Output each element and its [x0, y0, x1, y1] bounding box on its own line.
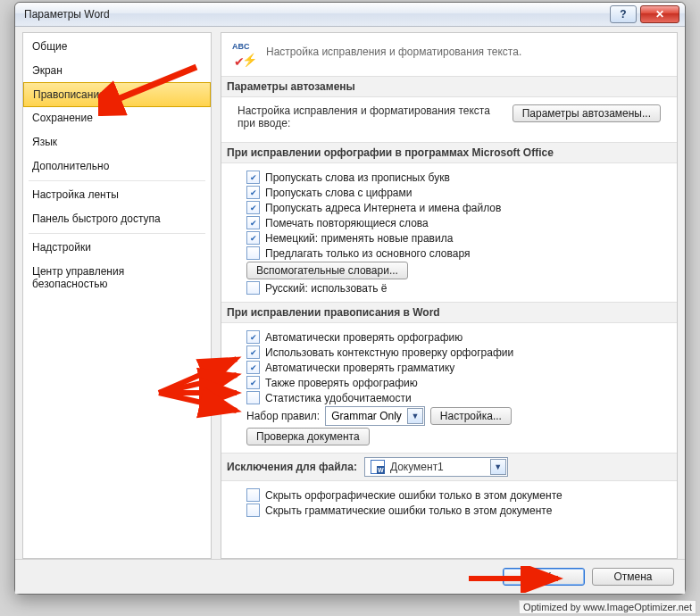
dialog-footer: ОК Отмена	[15, 559, 685, 594]
checkbox[interactable]	[246, 231, 260, 245]
ruleset-label: Набор правил:	[246, 410, 320, 422]
checkbox-label: Предлагать только из основного словаря	[265, 247, 470, 260]
check-hide-grammar: Скрыть грамматические ошибки только в эт…	[246, 504, 666, 517]
sidebar-item-qat[interactable]: Панель быстрого доступа	[23, 207, 211, 231]
checkbox-label: Скрыть грамматические ошибки только в эт…	[265, 504, 552, 517]
check-document-row: Проверка документа	[246, 428, 666, 445]
checkbox[interactable]	[246, 504, 260, 517]
check-urls: Пропускать адреса Интернета и имена файл…	[246, 201, 666, 214]
ruleset-value: Grammar Only	[331, 410, 402, 422]
options-content: ABC✔⚡ Настройка исправления и форматиров…	[221, 32, 678, 559]
sidebar-item-advanced[interactable]: Дополнительно	[23, 154, 211, 179]
help-button[interactable]: ?	[610, 5, 637, 23]
cancel-button[interactable]: Отмена	[592, 568, 674, 586]
proofing-icon: ABC✔⚡	[232, 42, 257, 67]
window-buttons: ? ✕	[606, 5, 679, 23]
section-ms-spell-title: При исправлении орфографии в программах …	[221, 142, 677, 163]
content-header-text: Настройка исправления и форматирования т…	[266, 42, 521, 58]
options-dialog: Параметры Word ? ✕ Общие Экран Правописа…	[14, 2, 686, 595]
sidebar-separator	[29, 233, 205, 234]
checkbox-label: Пропускать слова с цифрами	[265, 187, 412, 199]
checkbox[interactable]	[246, 171, 260, 184]
checkbox-label: Помечать повторяющиеся слова	[265, 217, 429, 229]
custom-dictionaries-button[interactable]: Вспомогательные словари...	[246, 262, 408, 279]
exceptions-doc-select[interactable]: Документ1 ▼	[364, 457, 508, 477]
sidebar-item-display[interactable]: Экран	[23, 59, 211, 83]
checkbox[interactable]	[246, 281, 260, 295]
check-hide-spelling: Скрыть орфографические ошибки только в э…	[246, 488, 666, 502]
sidebar-separator	[29, 180, 205, 181]
section-word-spell-title: При исправлении правописания в Word	[221, 302, 677, 323]
checkbox[interactable]	[246, 330, 260, 344]
content-header: ABC✔⚡ Настройка исправления и форматиров…	[232, 42, 666, 67]
section-autocorrect-title: Параметры автозамены	[221, 76, 677, 97]
chevron-down-icon: ▼	[490, 459, 506, 475]
sidebar-item-proofing[interactable]: Правописание	[23, 82, 211, 107]
checkbox[interactable]	[246, 345, 260, 359]
custom-dict-row: Вспомогательные словари...	[246, 262, 666, 279]
word-spell-checks: Автоматически проверять орфографию Испол…	[239, 330, 666, 445]
document-icon	[371, 460, 385, 474]
titlebar: Параметры Word ? ✕	[15, 3, 685, 27]
ok-button[interactable]: ОК	[503, 568, 585, 586]
checkbox-label: Статистика удобочитаемости	[265, 392, 412, 404]
checkbox[interactable]	[246, 216, 260, 229]
close-button[interactable]: ✕	[640, 5, 679, 23]
checkbox[interactable]	[246, 201, 260, 214]
check-main-dict: Предлагать только из основного словаря	[246, 246, 666, 260]
check-auto-grammar: Автоматически проверять грамматику	[246, 361, 666, 374]
section-exceptions-title: Исключения для файла: Документ1 ▼	[221, 453, 677, 481]
checkbox[interactable]	[246, 361, 260, 374]
autocorrect-options-button[interactable]: Параметры автозамены...	[512, 104, 661, 122]
ruleset-row: Набор правил: Grammar Only ▼ Настройка..…	[246, 406, 666, 426]
checkbox-label: Также проверять орфографию	[265, 377, 418, 389]
sidebar-item-save[interactable]: Сохранение	[23, 106, 211, 130]
checkbox-label: Пропускать слова из прописных букв	[265, 171, 450, 184]
category-sidebar: Общие Экран Правописание Сохранение Язык…	[22, 32, 212, 559]
exceptions-doc-name: Документ1	[390, 461, 444, 473]
checkbox[interactable]	[246, 488, 260, 502]
checkbox[interactable]	[246, 186, 260, 199]
checkbox[interactable]	[246, 246, 260, 260]
checkbox[interactable]	[246, 376, 260, 389]
check-russian-yo: Русский: использовать ё	[246, 281, 666, 295]
checkbox[interactable]	[246, 391, 260, 404]
chevron-down-icon: ▼	[407, 408, 423, 424]
exceptions-label: Исключения для файла:	[227, 461, 357, 473]
checkbox-label: Русский: использовать ё	[265, 282, 388, 295]
check-context-spell: Использовать контекстную проверку орфогр…	[246, 345, 666, 359]
autocorrect-row: Настройка исправления и форматирования т…	[232, 104, 666, 135]
sidebar-item-trust[interactable]: Центр управления безопасностью	[23, 260, 211, 296]
autocorrect-text: Настройка исправления и форматирования т…	[238, 104, 502, 129]
check-also-spell: Также проверять орфографию	[246, 376, 666, 389]
check-readability: Статистика удобочитаемости	[246, 391, 666, 404]
check-uppercase: Пропускать слова из прописных букв	[246, 171, 666, 184]
window-title: Параметры Word	[24, 8, 606, 21]
sidebar-item-addins[interactable]: Надстройки	[23, 236, 211, 260]
checkbox-label: Пропускать адреса Интернета и имена файл…	[265, 202, 501, 214]
ruleset-settings-button[interactable]: Настройка...	[430, 407, 512, 425]
exceptions-checks: Скрыть орфографические ошибки только в э…	[239, 488, 666, 517]
dialog-body: Общие Экран Правописание Сохранение Язык…	[15, 27, 685, 559]
check-repeated: Помечать повторяющиеся слова	[246, 216, 666, 229]
check-document-button[interactable]: Проверка документа	[246, 428, 370, 445]
check-auto-spell: Автоматически проверять орфографию	[246, 330, 666, 344]
sidebar-item-ribbon[interactable]: Настройка ленты	[23, 183, 211, 207]
check-german: Немецкий: применять новые правила	[246, 231, 666, 245]
check-numbers: Пропускать слова с цифрами	[246, 186, 666, 199]
checkbox-label: Автоматически проверять грамматику	[265, 362, 454, 374]
ruleset-select[interactable]: Grammar Only ▼	[325, 406, 425, 426]
sidebar-item-language[interactable]: Язык	[23, 130, 211, 154]
checkbox-label: Использовать контекстную проверку орфогр…	[265, 346, 513, 359]
sidebar-item-general[interactable]: Общие	[23, 35, 211, 59]
checkbox-label: Скрыть орфографические ошибки только в э…	[265, 489, 562, 502]
watermark-text: Optimized by www.ImageOptimizer.net	[519, 600, 696, 614]
checkbox-label: Автоматически проверять орфографию	[265, 331, 462, 344]
checkbox-label: Немецкий: применять новые правила	[265, 232, 453, 245]
ms-spell-checks: Пропускать слова из прописных букв Пропу…	[239, 171, 666, 295]
